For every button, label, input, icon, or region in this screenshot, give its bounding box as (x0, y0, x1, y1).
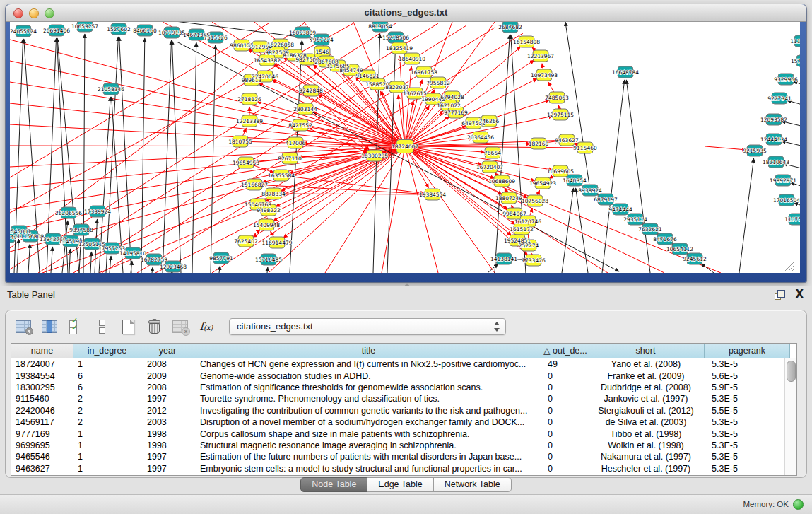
graph-edge (701, 264, 714, 273)
table-cell: 5.3E-5 (705, 464, 790, 474)
network-canvas[interactable]: 2405572420691406106532571527602846616010… (10, 22, 800, 273)
table-cell: Hescheler et al. (1997) (587, 464, 705, 474)
table-row[interactable]: 946554611997Estimation of the future num… (11, 451, 796, 462)
graph-edge (542, 64, 543, 69)
graph-node-label: 7625402 (234, 238, 258, 245)
column-header-title[interactable]: title (194, 344, 543, 358)
table-cell: 1 (73, 359, 141, 369)
graph-node-label: 15751074 (791, 58, 800, 64)
graph-node-label: 2803144 (293, 106, 317, 112)
row-height-icon[interactable] (93, 317, 111, 337)
tab-node-table[interactable]: Node Table (300, 477, 367, 492)
column-header-pagerank[interactable]: pagerank (705, 344, 790, 358)
table-cell: Estimation of the future numbers of pati… (194, 452, 543, 462)
column-header-short[interactable]: short (587, 344, 705, 358)
graph-node-label: 20364456 (467, 134, 494, 141)
column-header-out_de[interactable]: △ out_de... (543, 344, 587, 358)
table-cell: 2008 (141, 359, 194, 369)
table-cell: Wolkin et al. (1998) (587, 440, 705, 450)
import-table-icon[interactable] (14, 317, 33, 337)
new-table-icon[interactable] (119, 317, 137, 337)
graph-node-label: 2935114 (623, 216, 647, 223)
graph-node-label: 18724007 (392, 144, 418, 150)
graph-node-label: 7957224 (310, 37, 334, 43)
close-window-button[interactable] (13, 8, 23, 18)
graph-node-label: 1621022 (437, 103, 461, 109)
scrollbar-thumb[interactable] (787, 361, 796, 382)
graph-node-label: 16120746 (514, 218, 541, 225)
graph-edge (400, 56, 405, 146)
column-header-year[interactable]: year (141, 344, 194, 358)
graph-node-label: 9857791 (209, 255, 233, 262)
table-panel-title: Table Panel (7, 289, 55, 300)
table-row[interactable]: 1830029562008Estimation of significance … (11, 382, 796, 393)
graph-node-label: 2687682 (498, 24, 522, 30)
graph-edge (562, 188, 574, 273)
delete-table-icon[interactable]: x (171, 317, 189, 337)
show-column-icon[interactable] (40, 317, 59, 337)
graph-node-label: 12923468 (160, 264, 187, 270)
table-selector-dropdown[interactable]: citations_edges.txt (229, 318, 506, 335)
resize-grip-icon[interactable] (788, 265, 794, 271)
table-cell: Investigating the contribution of common… (194, 406, 543, 416)
dropdown-stepper-icon (494, 322, 500, 332)
memory-ok-indicator (793, 499, 804, 510)
table-cell: 49 (543, 359, 587, 369)
resize-grip-icon[interactable] (792, 269, 794, 271)
graph-node-label: 12093582 (760, 117, 787, 123)
column-header-in_degree[interactable]: in_degree (73, 344, 141, 358)
graph-node-label: 1527602 (107, 26, 131, 33)
table-cell: 1998 (141, 429, 194, 439)
table-cell: Tourette syndrome. Phenomenology and cla… (194, 394, 543, 404)
table-cell: 2 (73, 406, 141, 416)
table-cell: 0 (543, 464, 587, 474)
status-bar: Memory: OK (0, 494, 812, 514)
table-row[interactable]: 946362711997Embryonic stem cells: a mode… (11, 463, 796, 474)
table-cell: Jankovic et al. (1997) (587, 394, 705, 404)
node-table: namein_degreeyeartitle△ out_de...shortpa… (11, 343, 797, 476)
graph-node-label: 8322037 (385, 84, 409, 90)
graph-edge (83, 34, 85, 273)
table-row[interactable]: 977716911998Corpus callosum shape and si… (11, 428, 796, 439)
table-scrollbar[interactable] (784, 358, 796, 475)
table-row[interactable]: 969969511998Structural magnetic resonanc… (11, 440, 796, 451)
graph-node-label: 16720407 (476, 164, 503, 170)
graph-edge (172, 40, 181, 273)
table-cell: 5.3E-5 (705, 394, 790, 404)
table-cell: Estimation of significance thresholds fo… (194, 382, 543, 392)
graph-node-label: 8427552 (288, 122, 312, 129)
table-cell: Changes of HCN gene expression and I(f) … (194, 359, 543, 369)
table-row[interactable]: 1456911722003Disruption of a novel membe… (11, 416, 796, 428)
graph-edge (530, 208, 532, 215)
zoom-window-button[interactable] (45, 8, 54, 18)
select-mode-icon[interactable]: ✓✓ (66, 317, 85, 337)
table-cell: 9699695 (11, 440, 73, 450)
close-panel-icon[interactable]: X (795, 288, 804, 300)
table-row[interactable]: 911546021997Tourette syndrome. Phenomeno… (11, 393, 796, 404)
citation-network-graph[interactable]: 2405572420691406106532571527602846616010… (10, 22, 800, 273)
graph-node-label: 16053809 (289, 30, 316, 36)
graph-edge (512, 205, 512, 207)
delete-row-icon[interactable] (145, 317, 163, 337)
function-builder-icon[interactable]: f(x) (197, 317, 216, 337)
graph-node-label: 1111304 (790, 38, 800, 45)
graph-node-label: 16961758 (411, 69, 437, 76)
graph-edge (106, 37, 118, 273)
table-cell: 9115460 (11, 394, 73, 404)
graph-node-label: 1733426 (522, 257, 546, 264)
table-row[interactable]: 1872400712008Changes of HCN gene express… (11, 358, 796, 370)
graph-node-label: 1640354 (563, 177, 587, 184)
float-panel-icon[interactable] (775, 290, 785, 300)
graph-node-label: 8267110 (278, 156, 302, 162)
column-header-name[interactable]: name (11, 344, 73, 358)
table-tabs: Node TableEdge TableNetwork Table (0, 477, 812, 492)
minimize-window-button[interactable] (29, 8, 39, 18)
tab-edge-table[interactable]: Edge Table (367, 477, 433, 492)
table-row[interactable]: 1938455462009Genome-wide association stu… (11, 370, 796, 381)
table-row[interactable]: 2242004622012Investigating the contribut… (11, 405, 796, 416)
graph-node-label: 16782759 (141, 257, 167, 263)
graph-node-label: 9329966 (774, 76, 798, 83)
graph-edge (10, 146, 405, 146)
window-titlebar[interactable]: citations_edges.txt (6, 4, 806, 22)
tab-network-table[interactable]: Network Table (434, 477, 512, 492)
